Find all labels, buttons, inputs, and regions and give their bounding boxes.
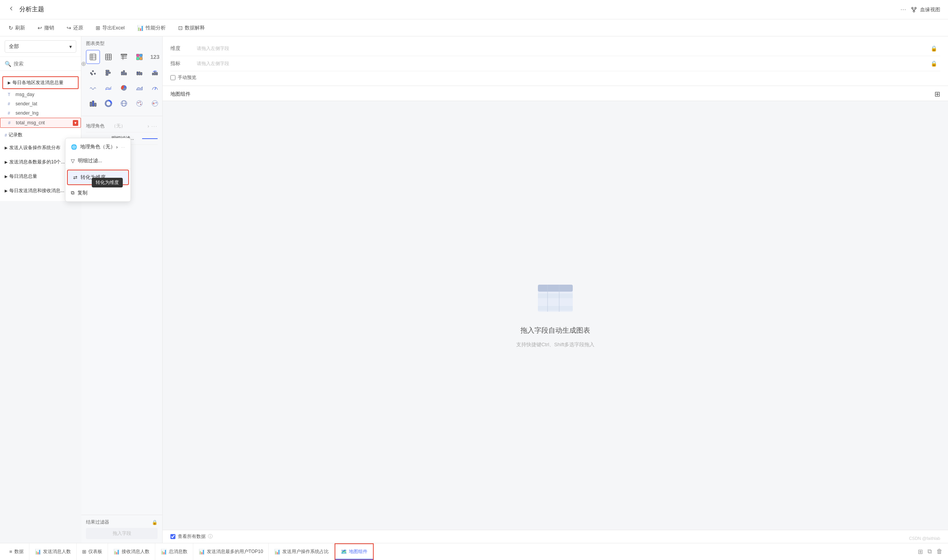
chart-type-section: 图表类型 123 <box>81 36 162 116</box>
tab-data-icon: ≡ <box>9 549 12 555</box>
data-explain-btn[interactable]: ⊡ 数据解释 <box>176 23 207 33</box>
field-sender-lng[interactable]: # sender_lng <box>0 108 81 118</box>
right-panel-config: 维度 请拖入左侧字段 🔒 指标 请拖入左侧字段 🔒 手动预览 <box>163 36 948 86</box>
chart-icon-bar-h[interactable] <box>101 65 115 79</box>
text-field-icon: T <box>8 92 13 97</box>
back-icon[interactable] <box>8 5 15 14</box>
tab-add-btn[interactable]: ⊞ <box>916 547 924 556</box>
manual-preview-checkbox[interactable] <box>170 75 175 80</box>
undo-btn[interactable]: ↩ 撤销 <box>35 23 57 33</box>
tab-send-users[interactable]: 📊 发送消息人数 <box>29 543 77 560</box>
dimension-input[interactable]: 请拖入左侧字段 <box>194 45 927 52</box>
performance-icon: 📊 <box>137 25 144 31</box>
svg-rect-28 <box>106 74 108 75</box>
metric-input[interactable]: 请拖入左侧字段 <box>194 60 927 67</box>
svg-point-1 <box>915 7 916 9</box>
map-icon-1[interactable]: ⊞ <box>934 90 940 98</box>
tab-data[interactable]: ≡ 数据 <box>4 543 29 560</box>
chart-grid-row3 <box>86 81 158 95</box>
export-excel-btn[interactable]: ⊞ 导出Excel <box>93 23 127 33</box>
sidebar-dropdown[interactable]: 全部 ▾ <box>5 40 76 53</box>
tab-copy-btn[interactable]: ⧉ <box>926 547 933 556</box>
svg-point-53 <box>153 103 155 105</box>
chart-icon-area[interactable] <box>132 81 146 95</box>
chart-icon-wave[interactable] <box>86 81 100 95</box>
chart-icon-pivot[interactable] <box>101 50 115 64</box>
geo-role-arrow[interactable]: › <box>148 124 149 129</box>
chart-icon-dot-map[interactable] <box>132 96 146 110</box>
middle-panel: 图表类型 123 <box>81 36 163 543</box>
redo-icon: ↪ <box>67 25 71 31</box>
tab-top10-icon: 📊 <box>199 549 205 555</box>
svg-rect-5 <box>90 54 96 60</box>
more-icon[interactable]: ··· <box>900 5 906 14</box>
tab-top10[interactable]: 📊 发送消息最多的用户TOP10 <box>193 543 269 560</box>
tab-total-msg[interactable]: 📊 总消息数 <box>155 543 193 560</box>
filter-section-label: 结果过滤器 🔒 <box>86 519 158 526</box>
view-all-checkbox[interactable] <box>170 534 175 539</box>
svg-rect-59 <box>538 306 573 311</box>
top-bar: 分析主题 ··· 血缘视图 <box>0 0 948 19</box>
svg-rect-37 <box>154 72 155 75</box>
map-header: 地图组件 ⊞ <box>163 86 948 101</box>
field-total-msg-cnt[interactable]: # total_msg_cnt ▾ <box>0 118 81 128</box>
context-menu-sep <box>65 168 131 169</box>
bottom-tabs: ≡ 数据 📊 发送消息人数 ⊞ 仪表板 📊 接收消息人数 📊 总消息数 📊 发送… <box>0 543 948 560</box>
chart-icon-bar-v[interactable] <box>117 65 131 79</box>
add-field-icon[interactable]: ⊕ <box>81 60 86 67</box>
chart-icon-colored[interactable] <box>132 50 146 64</box>
field-dropdown-btn[interactable]: ▾ <box>73 120 78 126</box>
svg-rect-21 <box>140 57 143 60</box>
tab-os[interactable]: 📊 发送用户操作系统占比 <box>269 543 335 560</box>
chart-icon-gauge[interactable] <box>148 81 162 95</box>
tab-dashboard[interactable]: ⊞ 仪表板 <box>77 543 108 560</box>
chart-icon-pie[interactable] <box>117 81 131 95</box>
filter-section: 结果过滤器 🔒 拖入字段 <box>81 515 162 543</box>
sidebar-group-header-1[interactable]: ▶ 每日各地区发送消息总量 <box>2 76 79 89</box>
tab-total-msg-icon: 📊 <box>161 549 167 555</box>
geo-role-value: （无） <box>112 123 145 129</box>
tab-recv-users[interactable]: 📊 接收消息人数 <box>108 543 155 560</box>
expand-icon-4: ▶ <box>5 174 8 179</box>
chart-icon-multi-line[interactable] <box>101 81 115 95</box>
export-icon: ⊞ <box>96 25 100 31</box>
geo-role-label: 地理角色 <box>86 123 109 129</box>
context-menu-geo-role[interactable]: 🌐 地理角色（无） › ··· <box>65 140 131 154</box>
svg-rect-30 <box>123 70 124 75</box>
context-menu-copy[interactable]: ⧉ 复制 <box>65 186 131 200</box>
tab-delete-btn[interactable]: 🗑 <box>935 547 944 556</box>
performance-btn[interactable]: 📊 性能分析 <box>135 23 168 33</box>
chart-icon-donut[interactable] <box>101 96 115 110</box>
chart-icon-cross[interactable] <box>117 50 131 64</box>
chart-icon-stacked[interactable] <box>132 65 146 79</box>
canvas-placeholder-title: 拖入字段自动生成图表 <box>520 326 590 335</box>
svg-point-48 <box>137 101 143 107</box>
redo-btn[interactable]: ↪ 还原 <box>64 23 86 33</box>
svg-rect-38 <box>156 72 157 75</box>
manual-preview-label: 手动预览 <box>178 74 196 81</box>
chart-icon-bubble-map[interactable] <box>148 96 162 110</box>
chart-icon-line-bar[interactable] <box>148 65 162 79</box>
field-sender-lat[interactable]: # sender_lat <box>0 99 81 108</box>
lineage-view-btn[interactable]: 血缘视图 <box>911 6 940 13</box>
chart-icon-map[interactable] <box>117 96 131 110</box>
expand-icon-5: ▶ <box>5 189 8 193</box>
left-sidebar-area: 全部 ▾ 🔍 ⊕ ▶ 每日各地区发送消息总量 T msg_day # <box>0 36 81 543</box>
chart-icon-bar-chart2[interactable] <box>86 96 100 110</box>
svg-rect-18 <box>137 54 139 57</box>
chart-icon-scatter[interactable] <box>86 65 100 79</box>
svg-rect-19 <box>140 54 143 57</box>
field-msg-day[interactable]: T msg_day <box>0 90 81 99</box>
tab-map[interactable]: 🗺️ 地图组件 <box>335 543 374 560</box>
chart-icon-number[interactable]: 123 <box>148 50 162 64</box>
svg-line-4 <box>914 9 915 10</box>
search-input[interactable] <box>14 61 79 67</box>
chart-icon-table[interactable] <box>86 50 100 64</box>
convert-tooltip: 转化为维度 <box>92 178 123 187</box>
refresh-btn[interactable]: ↻ 刷新 <box>6 23 27 33</box>
context-menu-filter[interactable]: ▽ 明细过滤... <box>65 154 131 168</box>
svg-point-23 <box>92 70 93 72</box>
chart-type-label: 图表类型 <box>86 40 158 47</box>
svg-rect-26 <box>106 70 109 71</box>
svg-point-49 <box>137 102 139 103</box>
